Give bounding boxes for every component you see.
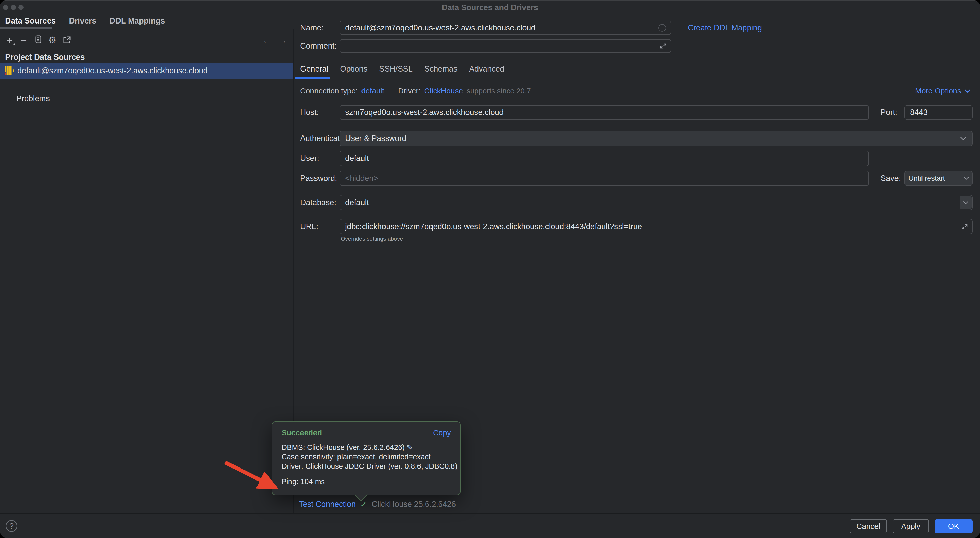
driver-label: Driver: xyxy=(398,87,420,95)
tab-ddl-mappings[interactable]: DDL Mappings xyxy=(110,16,165,25)
tab-general[interactable]: General xyxy=(300,64,328,73)
authentication-value: User & Password xyxy=(345,134,406,143)
connection-type-label: Connection type: xyxy=(300,87,358,95)
duplicate-icon xyxy=(34,35,42,45)
host-input[interactable]: szm7oqed0o.us-west-2.aws.clickhouse.clou… xyxy=(339,105,869,120)
url-value: jdbc:clickhouse://szm7oqed0o.us-west-2.a… xyxy=(345,222,642,231)
left-panel-tabs: Data Sources Drivers DDL Mappings xyxy=(5,16,165,25)
left-toolbar: + − ⚙ xyxy=(3,34,73,46)
case-sensitivity-line: Case sensitivity: plain=exact, delimited… xyxy=(282,452,457,462)
save-select[interactable]: Until restart xyxy=(904,171,973,186)
add-data-source-button[interactable]: + xyxy=(3,34,15,46)
chevron-down-icon xyxy=(960,137,966,140)
user-value: default xyxy=(345,154,369,163)
password-input[interactable]: <hidden> xyxy=(339,171,869,186)
more-options-label: More Options xyxy=(915,87,961,95)
back-button[interactable]: ← xyxy=(261,34,273,46)
driver-note: supports since 20.7 xyxy=(466,87,531,95)
history-nav: ← → xyxy=(261,34,288,46)
user-label: User: xyxy=(300,151,319,166)
check-icon: ✓ xyxy=(360,500,367,509)
tab-schemas[interactable]: Schemas xyxy=(424,64,457,73)
chevron-down-icon xyxy=(964,89,971,93)
expand-field-icon[interactable] xyxy=(659,42,667,50)
connection-meta: Connection type: default Driver: ClickHo… xyxy=(300,86,531,96)
database-label: Database: xyxy=(300,195,336,210)
annotation-arrow xyxy=(217,455,301,508)
database-value: default xyxy=(345,198,369,207)
help-icon: ? xyxy=(10,522,14,530)
tabs-divider xyxy=(294,79,980,79)
tab-ssh-ssl[interactable]: SSH/SSL xyxy=(379,64,413,73)
authentication-select[interactable]: User & Password xyxy=(339,131,973,146)
list-divider xyxy=(5,88,289,88)
dialog-title: Data Sources and Drivers xyxy=(0,3,980,12)
apply-button[interactable]: Apply xyxy=(892,519,929,533)
url-input[interactable]: jdbc:clickhouse://szm7oqed0o.us-west-2.a… xyxy=(339,219,973,234)
save-label: Save: xyxy=(881,171,901,186)
name-progress-ring-icon xyxy=(659,24,666,32)
ok-button[interactable]: OK xyxy=(934,519,973,533)
name-input[interactable]: default@szm7oqed0o.us-west-2.aws.clickho… xyxy=(339,21,671,35)
remove-data-source-button[interactable]: − xyxy=(18,34,30,46)
copy-link[interactable]: Copy xyxy=(433,428,451,437)
plus-icon: + xyxy=(6,35,12,46)
open-external-icon xyxy=(62,36,71,45)
tab-options[interactable]: Options xyxy=(340,64,368,73)
pencil-icon[interactable]: ✎ xyxy=(407,443,413,451)
tab-advanced[interactable]: Advanced xyxy=(469,64,504,73)
data-source-name: default@szm7oqed0o.us-west-2.aws.clickho… xyxy=(18,66,208,75)
forward-button[interactable]: → xyxy=(277,34,288,46)
dropdown-triangle-icon xyxy=(13,43,15,46)
connection-type-link[interactable]: default xyxy=(361,87,384,95)
tab-data-sources[interactable]: Data Sources xyxy=(5,16,56,25)
more-options-button[interactable]: More Options xyxy=(915,86,971,96)
footer-divider xyxy=(0,513,980,514)
tab-drivers[interactable]: Drivers xyxy=(69,16,96,25)
host-value: szm7oqed0o.us-west-2.aws.clickhouse.clou… xyxy=(345,108,504,117)
data-source-list-item[interactable]: default@szm7oqed0o.us-west-2.aws.clickho… xyxy=(0,63,294,79)
host-label: Host: xyxy=(300,105,318,120)
database-combobox[interactable]: default xyxy=(339,195,973,210)
open-external-button[interactable] xyxy=(61,34,73,46)
name-value: default@szm7oqed0o.us-west-2.aws.clickho… xyxy=(345,23,536,32)
gear-icon: ⚙ xyxy=(48,35,56,46)
connection-status: Succeeded xyxy=(282,428,322,437)
settings-button[interactable]: ⚙ xyxy=(46,34,58,46)
comment-input[interactable] xyxy=(339,39,671,53)
url-note: Overrides settings above xyxy=(341,236,403,242)
test-connection-link[interactable]: Test Connection xyxy=(299,500,356,509)
expand-field-icon[interactable] xyxy=(961,223,969,231)
cancel-button[interactable]: Cancel xyxy=(850,519,887,533)
problems-item[interactable]: Problems xyxy=(16,94,50,103)
forward-arrow-icon: → xyxy=(277,35,287,46)
dbms-line: DBMS: ClickHouse (ver. 25.6.2.6426)✎ xyxy=(282,443,457,452)
test-connection-result: ClickHouse 25.6.2.6426 xyxy=(372,500,456,509)
name-label: Name: xyxy=(300,21,323,35)
data-sources-dialog: Data Sources and Drivers Data Sources Dr… xyxy=(0,0,980,538)
help-button[interactable]: ? xyxy=(6,520,18,532)
chevron-down-icon xyxy=(963,177,969,180)
url-label: URL: xyxy=(300,219,318,234)
driver-line: Driver: ClickHouse JDBC Driver (ver. 0.8… xyxy=(282,462,457,471)
save-value: Until restart xyxy=(908,174,945,182)
chevron-down-icon xyxy=(963,201,969,205)
left-tabs-divider xyxy=(0,29,294,29)
port-input[interactable]: 8443 xyxy=(904,105,973,120)
back-arrow-icon: ← xyxy=(262,35,272,46)
port-label: Port: xyxy=(881,105,897,120)
database-dropdown-button[interactable] xyxy=(960,196,972,209)
password-placeholder: <hidden> xyxy=(345,174,378,183)
driver-link[interactable]: ClickHouse xyxy=(424,87,463,95)
clickhouse-icon xyxy=(5,66,14,76)
minus-icon: − xyxy=(21,35,27,46)
password-label: Password: xyxy=(300,171,337,186)
create-ddl-mapping-link[interactable]: Create DDL Mapping xyxy=(688,21,762,35)
test-connection-row: Test Connection ✓ ClickHouse 25.6.2.6426 xyxy=(299,499,456,510)
user-input[interactable]: default xyxy=(339,151,869,166)
settings-tabs: General Options SSH/SSL Schemas Advanced xyxy=(300,64,504,73)
duplicate-button[interactable] xyxy=(32,34,44,46)
project-data-sources-header: Project Data Sources xyxy=(5,53,85,62)
port-value: 8443 xyxy=(910,108,928,117)
comment-label: Comment: xyxy=(300,39,337,53)
